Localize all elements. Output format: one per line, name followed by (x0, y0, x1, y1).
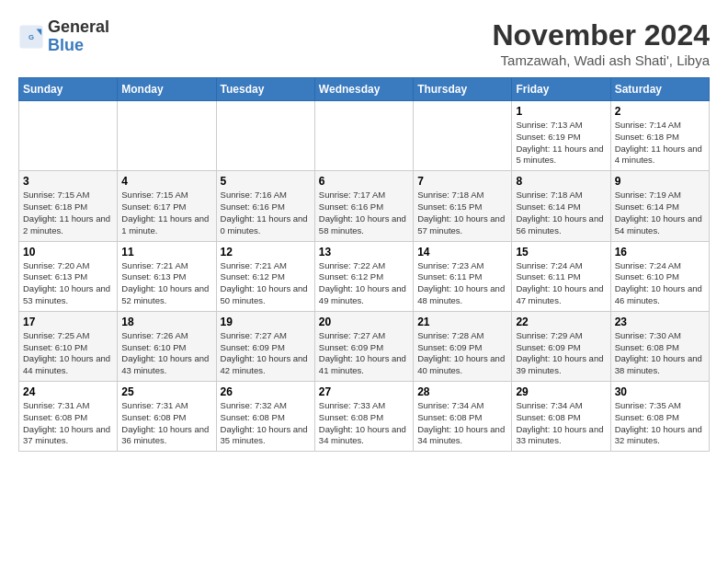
day-number: 2 (615, 105, 705, 118)
day-number: 28 (417, 385, 507, 398)
calendar-cell: 11Sunrise: 7:21 AM Sunset: 6:13 PM Dayli… (118, 241, 216, 311)
calendar-cell: 25Sunrise: 7:31 AM Sunset: 6:08 PM Dayli… (118, 382, 216, 452)
day-info: Sunrise: 7:20 AM Sunset: 6:13 PM Dayligh… (23, 260, 113, 307)
day-info: Sunrise: 7:34 AM Sunset: 6:08 PM Dayligh… (417, 400, 507, 447)
calendar-cell: 1Sunrise: 7:13 AM Sunset: 6:19 PM Daylig… (512, 101, 610, 171)
calendar-cell: 3Sunrise: 7:15 AM Sunset: 6:18 PM Daylig… (19, 171, 118, 241)
calendar-cell: 30Sunrise: 7:35 AM Sunset: 6:08 PM Dayli… (610, 382, 709, 452)
day-info: Sunrise: 7:30 AM Sunset: 6:08 PM Dayligh… (615, 330, 705, 377)
day-info: Sunrise: 7:31 AM Sunset: 6:08 PM Dayligh… (121, 400, 211, 447)
page-header: G General Blue November 2024 Tamzawah, W… (18, 18, 710, 68)
day-number: 18 (121, 316, 211, 328)
logo-icon: G (18, 24, 44, 50)
day-number: 1 (516, 105, 606, 118)
day-info: Sunrise: 7:16 AM Sunset: 6:16 PM Dayligh… (221, 190, 311, 236)
calendar-week-row: 17Sunrise: 7:25 AM Sunset: 6:10 PM Dayli… (19, 311, 710, 381)
calendar-cell (414, 101, 512, 171)
calendar-cell (19, 101, 118, 171)
calendar-cell: 27Sunrise: 7:33 AM Sunset: 6:08 PM Dayli… (314, 382, 413, 452)
day-info: Sunrise: 7:31 AM Sunset: 6:08 PM Dayligh… (23, 400, 113, 447)
weekday-header: Saturday (610, 78, 709, 101)
day-number: 12 (221, 246, 311, 259)
calendar-cell: 23Sunrise: 7:30 AM Sunset: 6:08 PM Dayli… (610, 311, 709, 381)
location: Tamzawah, Wadi ash Shati', Libya (492, 52, 710, 68)
calendar-cell (314, 101, 413, 171)
day-info: Sunrise: 7:22 AM Sunset: 6:12 PM Dayligh… (319, 260, 409, 307)
day-number: 27 (319, 385, 409, 398)
calendar-table: SundayMondayTuesdayWednesdayThursdayFrid… (18, 77, 710, 452)
logo-text: General Blue (48, 18, 109, 55)
day-number: 25 (121, 385, 211, 398)
day-number: 9 (615, 175, 705, 188)
day-number: 15 (516, 246, 606, 259)
day-number: 16 (615, 246, 705, 259)
day-info: Sunrise: 7:21 AM Sunset: 6:13 PM Dayligh… (121, 260, 211, 307)
calendar-cell: 20Sunrise: 7:27 AM Sunset: 6:09 PM Dayli… (314, 311, 413, 381)
day-info: Sunrise: 7:35 AM Sunset: 6:08 PM Dayligh… (615, 400, 705, 447)
day-number: 19 (221, 316, 311, 328)
calendar-cell: 4Sunrise: 7:15 AM Sunset: 6:17 PM Daylig… (118, 171, 216, 241)
day-number: 3 (23, 175, 113, 188)
day-info: Sunrise: 7:27 AM Sunset: 6:09 PM Dayligh… (221, 330, 311, 377)
calendar-cell: 13Sunrise: 7:22 AM Sunset: 6:12 PM Dayli… (314, 241, 413, 311)
calendar-cell (216, 101, 314, 171)
day-info: Sunrise: 7:15 AM Sunset: 6:18 PM Dayligh… (23, 190, 113, 236)
day-number: 10 (23, 246, 113, 259)
calendar-week-row: 10Sunrise: 7:20 AM Sunset: 6:13 PM Dayli… (19, 241, 710, 311)
weekday-header: Thursday (414, 78, 512, 101)
calendar-week-row: 24Sunrise: 7:31 AM Sunset: 6:08 PM Dayli… (19, 382, 710, 452)
weekday-header: Wednesday (314, 78, 413, 101)
day-number: 23 (615, 316, 705, 328)
day-info: Sunrise: 7:18 AM Sunset: 6:15 PM Dayligh… (417, 190, 507, 236)
calendar-cell: 14Sunrise: 7:23 AM Sunset: 6:11 PM Dayli… (414, 241, 512, 311)
calendar-cell: 22Sunrise: 7:29 AM Sunset: 6:09 PM Dayli… (512, 311, 610, 381)
calendar-cell: 19Sunrise: 7:27 AM Sunset: 6:09 PM Dayli… (216, 311, 314, 381)
day-info: Sunrise: 7:25 AM Sunset: 6:10 PM Dayligh… (23, 330, 113, 377)
day-info: Sunrise: 7:21 AM Sunset: 6:12 PM Dayligh… (221, 260, 311, 307)
day-number: 11 (121, 246, 211, 259)
day-number: 26 (221, 385, 311, 398)
day-info: Sunrise: 7:28 AM Sunset: 6:09 PM Dayligh… (417, 330, 507, 377)
calendar-cell (118, 101, 216, 171)
day-info: Sunrise: 7:27 AM Sunset: 6:09 PM Dayligh… (319, 330, 409, 377)
weekday-header: Friday (512, 78, 610, 101)
day-info: Sunrise: 7:24 AM Sunset: 6:10 PM Dayligh… (615, 260, 705, 307)
day-info: Sunrise: 7:29 AM Sunset: 6:09 PM Dayligh… (516, 330, 606, 377)
logo-line2: Blue (48, 37, 109, 55)
calendar-cell: 15Sunrise: 7:24 AM Sunset: 6:11 PM Dayli… (512, 241, 610, 311)
weekday-header: Tuesday (216, 78, 314, 101)
day-info: Sunrise: 7:19 AM Sunset: 6:14 PM Dayligh… (615, 190, 705, 236)
day-number: 24 (23, 385, 113, 398)
day-number: 13 (319, 246, 409, 259)
day-number: 7 (417, 175, 507, 188)
calendar-cell: 7Sunrise: 7:18 AM Sunset: 6:15 PM Daylig… (414, 171, 512, 241)
day-info: Sunrise: 7:23 AM Sunset: 6:11 PM Dayligh… (417, 260, 507, 307)
day-number: 14 (417, 246, 507, 259)
calendar-cell: 6Sunrise: 7:17 AM Sunset: 6:16 PM Daylig… (314, 171, 413, 241)
calendar-header-row: SundayMondayTuesdayWednesdayThursdayFrid… (19, 78, 710, 101)
title-block: November 2024 Tamzawah, Wadi ash Shati',… (492, 18, 710, 68)
calendar-cell: 17Sunrise: 7:25 AM Sunset: 6:10 PM Dayli… (19, 311, 118, 381)
calendar-cell: 12Sunrise: 7:21 AM Sunset: 6:12 PM Dayli… (216, 241, 314, 311)
weekday-header: Monday (118, 78, 216, 101)
calendar-cell: 16Sunrise: 7:24 AM Sunset: 6:10 PM Dayli… (610, 241, 709, 311)
day-number: 8 (516, 175, 606, 188)
day-info: Sunrise: 7:33 AM Sunset: 6:08 PM Dayligh… (319, 400, 409, 447)
day-info: Sunrise: 7:32 AM Sunset: 6:08 PM Dayligh… (221, 400, 311, 447)
logo-line1: General (48, 18, 109, 37)
calendar-cell: 21Sunrise: 7:28 AM Sunset: 6:09 PM Dayli… (414, 311, 512, 381)
calendar-week-row: 1Sunrise: 7:13 AM Sunset: 6:19 PM Daylig… (19, 101, 710, 171)
month-title: November 2024 (492, 18, 710, 52)
calendar-cell: 26Sunrise: 7:32 AM Sunset: 6:08 PM Dayli… (216, 382, 314, 452)
calendar-cell: 9Sunrise: 7:19 AM Sunset: 6:14 PM Daylig… (610, 171, 709, 241)
day-info: Sunrise: 7:15 AM Sunset: 6:17 PM Dayligh… (121, 190, 211, 236)
calendar-week-row: 3Sunrise: 7:15 AM Sunset: 6:18 PM Daylig… (19, 171, 710, 241)
day-info: Sunrise: 7:18 AM Sunset: 6:14 PM Dayligh… (516, 190, 606, 236)
day-number: 4 (121, 175, 211, 188)
day-info: Sunrise: 7:34 AM Sunset: 6:08 PM Dayligh… (516, 400, 606, 447)
svg-text:G: G (28, 33, 34, 41)
day-number: 5 (221, 175, 311, 188)
day-info: Sunrise: 7:14 AM Sunset: 6:18 PM Dayligh… (615, 120, 705, 167)
day-info: Sunrise: 7:17 AM Sunset: 6:16 PM Dayligh… (319, 190, 409, 236)
day-number: 22 (516, 316, 606, 328)
